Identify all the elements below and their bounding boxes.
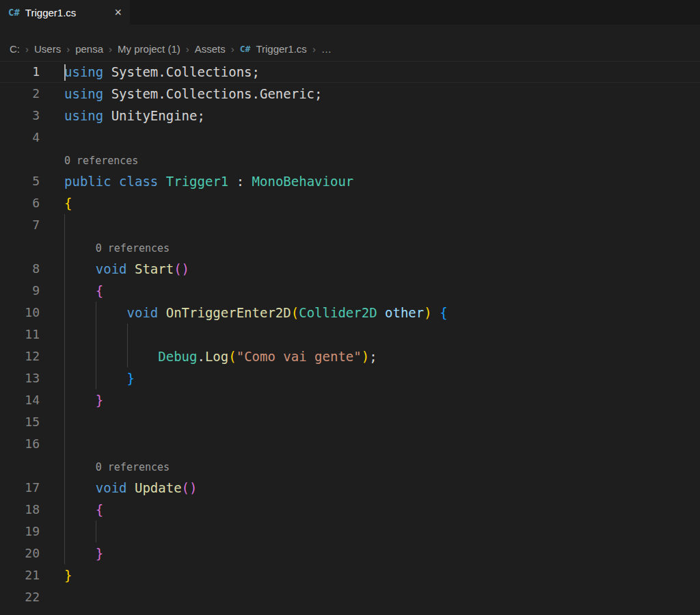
line-number[interactable]: 15	[0, 411, 40, 433]
line-number[interactable]: 9	[0, 280, 40, 302]
line-number[interactable]: 6	[0, 192, 40, 214]
code-token: }	[96, 393, 103, 408]
line-number[interactable]: 14	[0, 389, 40, 411]
code-row[interactable]: 16	[0, 433, 700, 455]
code-token: System.Collections.Generic;	[103, 86, 322, 101]
breadcrumb-item-users[interactable]: Users	[34, 43, 61, 55]
line-number[interactable]: 4	[0, 127, 40, 148]
breadcrumb-item-assets[interactable]: Assets	[195, 43, 226, 55]
line-number[interactable]: 7	[0, 214, 40, 236]
line-number[interactable]: 22	[0, 586, 40, 608]
indent-guide	[64, 477, 96, 499]
code-row[interactable]: 19	[0, 521, 700, 542]
indent-guide	[64, 499, 96, 521]
code-row[interactable]: 2using System.Collections.Generic;	[0, 83, 700, 105]
line-number[interactable]: 1	[0, 61, 40, 83]
code-row[interactable]: 22	[0, 586, 700, 608]
line-number[interactable]: 13	[0, 367, 40, 389]
code-row[interactable]: 10void OnTriggerEnter2D(Collider2D other…	[0, 302, 700, 324]
code-row[interactable]: 8void Start()	[0, 258, 700, 280]
line-number[interactable]: 2	[0, 83, 40, 105]
code-token: class	[119, 174, 158, 189]
code-line-text: {	[64, 192, 72, 214]
indent-guide	[64, 280, 96, 302]
line-number[interactable]: 21	[0, 564, 40, 586]
csharp-file-icon: C#	[8, 7, 20, 18]
line-number[interactable]: 20	[0, 542, 40, 564]
code-row[interactable]: 20}	[0, 542, 700, 564]
code-row[interactable]: 11	[0, 324, 700, 345]
indent-guide	[64, 367, 96, 389]
line-number[interactable]: 3	[0, 105, 40, 127]
code-token: using	[64, 86, 103, 101]
line-number[interactable]	[0, 148, 40, 170]
breadcrumb-item-project[interactable]: My project (1)	[118, 43, 180, 55]
breadcrumb-item-pensa[interactable]: pensa	[75, 43, 103, 55]
code-token: System.Collections;	[103, 64, 260, 79]
indent-guide	[96, 521, 127, 542]
tab-trigger1[interactable]: C# Trigger1.cs ×	[0, 0, 130, 25]
codelens-row[interactable]: 0 references	[0, 148, 700, 170]
line-number[interactable]: 11	[0, 324, 40, 345]
indent-guide	[64, 455, 96, 477]
code-token: "Como vai gente"	[237, 349, 362, 364]
codelens-references[interactable]: 0 references	[64, 155, 138, 167]
code-token: (	[291, 305, 299, 320]
code-row[interactable]: 4	[0, 127, 700, 148]
code-row[interactable]: 21}	[0, 564, 700, 586]
code-row[interactable]: 13}	[0, 367, 700, 389]
line-number[interactable]: 18	[0, 499, 40, 521]
indent-guide	[64, 521, 96, 542]
code-line-text	[64, 411, 96, 433]
breadcrumb-overflow[interactable]: …	[321, 43, 332, 55]
code-token: }	[127, 371, 135, 386]
code-row[interactable]: 18{	[0, 499, 700, 521]
code-token: Trigger1	[166, 174, 229, 189]
code-editor[interactable]: 1using System.Collections;2using System.…	[0, 61, 700, 608]
code-row[interactable]: 7	[0, 214, 700, 236]
line-number[interactable]: 17	[0, 477, 40, 499]
codelens-references[interactable]: 0 references	[96, 242, 170, 254]
code-token: {	[96, 283, 103, 298]
code-row[interactable]: 3using UnityEngine;	[0, 105, 700, 127]
breadcrumb: C: › Users › pensa › My project (1) › As…	[0, 38, 700, 59]
breadcrumb-item-drive[interactable]: C:	[10, 43, 20, 55]
code-line-text	[64, 324, 158, 345]
close-icon[interactable]: ×	[114, 6, 122, 18]
code-row[interactable]: 1using System.Collections;	[0, 61, 700, 83]
chevron-right-icon: ›	[109, 43, 112, 55]
code-row[interactable]: 17void Update()	[0, 477, 700, 499]
indent-guide	[64, 542, 96, 564]
indent-guide	[96, 302, 127, 324]
breadcrumb-item-file[interactable]: Trigger1.cs	[256, 43, 306, 55]
code-token: ()	[174, 261, 189, 276]
code-line-text	[64, 214, 96, 236]
code-row[interactable]: 12Debug.Log("Como vai gente");	[0, 345, 700, 367]
code-token: {	[96, 502, 103, 517]
code-row[interactable]: 6{	[0, 192, 700, 214]
line-number[interactable]: 10	[0, 302, 40, 324]
code-token: Start	[135, 261, 174, 276]
code-token	[377, 305, 385, 320]
codelens-row[interactable]: 0 references	[0, 455, 700, 477]
line-number[interactable]	[0, 455, 40, 477]
code-line-text: using System.Collections.Generic;	[64, 83, 323, 105]
chevron-right-icon: ›	[186, 43, 189, 55]
code-row[interactable]: 9{	[0, 280, 700, 302]
code-line-text: public class Trigger1 : MonoBehaviour	[64, 170, 353, 192]
code-token	[158, 174, 165, 189]
code-token: }	[96, 546, 103, 561]
code-token: public	[64, 174, 111, 189]
codelens-row[interactable]: 0 references	[0, 236, 700, 258]
line-number[interactable]: 8	[0, 258, 40, 280]
code-row[interactable]: 14}	[0, 389, 700, 411]
code-row[interactable]: 5public class Trigger1 : MonoBehaviour	[0, 170, 700, 192]
code-row[interactable]: 15	[0, 411, 700, 433]
codelens-references[interactable]: 0 references	[96, 461, 170, 473]
indent-guide	[127, 345, 159, 367]
line-number[interactable]: 5	[0, 170, 40, 192]
line-number[interactable]: 16	[0, 433, 40, 455]
line-number[interactable]: 19	[0, 521, 40, 542]
line-number[interactable]	[0, 236, 40, 258]
line-number[interactable]: 12	[0, 345, 40, 367]
